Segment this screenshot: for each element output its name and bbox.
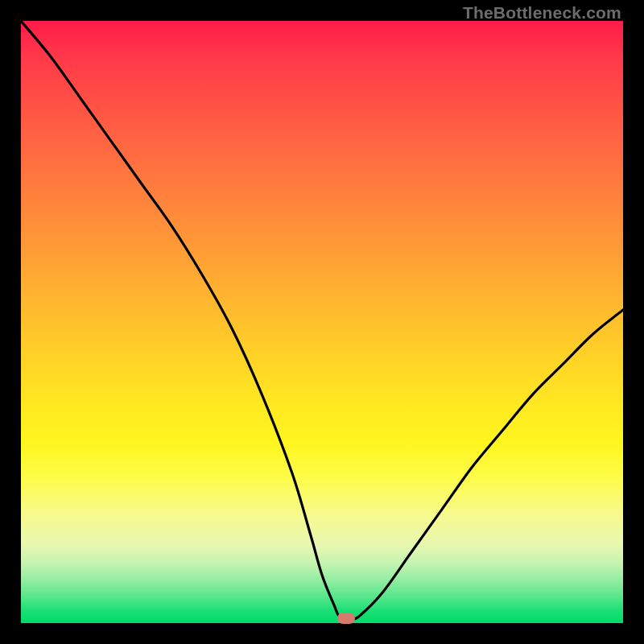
bottleneck-curve [21, 21, 623, 623]
plot-area [21, 21, 623, 623]
chart-frame: TheBottleneck.com [0, 0, 644, 644]
optimum-marker [337, 613, 355, 624]
watermark-text: TheBottleneck.com [463, 3, 621, 23]
